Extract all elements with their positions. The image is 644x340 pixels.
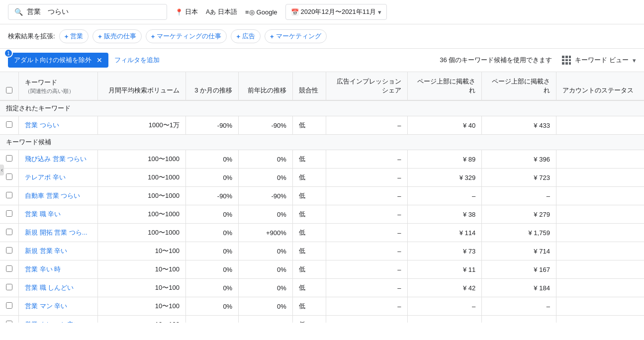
tag-chip-4[interactable]: + マーケティング xyxy=(265,29,327,43)
keyword-link[interactable]: 新規 開拓 営業 つら... xyxy=(25,229,88,236)
row-checkbox[interactable] xyxy=(6,155,12,162)
row-checkbox[interactable] xyxy=(6,247,12,254)
header-page-top-low[interactable]: ページ上部に掲載され xyxy=(407,72,482,100)
keyword-cell[interactable]: 自動車 営業 つらい xyxy=(19,187,98,205)
keyword-cell[interactable]: 新規 開拓 営業 つら... xyxy=(19,224,98,242)
keyword-cell[interactable]: 営業 マン 辛い xyxy=(19,297,98,316)
status-cell xyxy=(556,205,644,224)
plus-icon-4: + xyxy=(270,33,274,40)
expand-bar: 検索結果を拡張: + 営業 + 販売の仕事 + マーケティングの仕事 + 広告 … xyxy=(0,24,644,49)
keyword-cell[interactable]: テレアポ 辛い xyxy=(19,169,98,187)
row-checkbox[interactable] xyxy=(6,173,12,180)
grid-view-icon[interactable] xyxy=(562,56,571,65)
page-top-low-cell: ¥ 42 xyxy=(407,279,482,297)
row-checkbox-cell[interactable] xyxy=(0,242,19,260)
add-filter-button[interactable]: フィルタを追加 xyxy=(114,56,160,65)
status-cell xyxy=(556,150,644,169)
row-checkbox[interactable] xyxy=(6,302,12,309)
keyword-link[interactable]: テレアポ 辛い xyxy=(25,173,66,181)
tag-chip-0[interactable]: + 営業 xyxy=(59,29,89,43)
yoy-cell: 0% xyxy=(239,316,293,323)
keyword-link[interactable]: 飛び込み 営業 つらい xyxy=(25,155,87,163)
keyword-cell[interactable]: 営業 つらい xyxy=(19,116,98,135)
date-range-selector[interactable]: 📅 2020年12月〜2021年11月 ▾ xyxy=(285,4,387,20)
row-checkbox-cell[interactable] xyxy=(0,187,19,205)
row-checkbox[interactable] xyxy=(6,321,12,323)
volume-cell: 100〜1000 xyxy=(97,205,185,224)
keyword-cell[interactable]: 営業 職 辛い xyxy=(19,205,98,224)
yoy-cell: 0% xyxy=(239,242,293,260)
keyword-cell[interactable]: 飛び込み 営業 つらい xyxy=(19,150,98,169)
volume-cell: 10〜100 xyxy=(97,279,185,297)
competition-cell: 低 xyxy=(292,116,326,135)
row-checkbox-cell[interactable] xyxy=(0,116,19,135)
header-status[interactable]: アカウントのステータス xyxy=(556,72,644,100)
tag-chip-3[interactable]: + 広告 xyxy=(231,29,261,43)
three-month-cell: 0% xyxy=(185,224,238,242)
row-checkbox[interactable] xyxy=(6,210,12,217)
competition-cell: 低 xyxy=(292,205,326,224)
row-checkbox-cell[interactable] xyxy=(0,279,19,297)
date-range-caret: ▾ xyxy=(378,8,381,16)
page-top-high-cell: ¥ 184 xyxy=(482,279,556,297)
impression-share-cell: – xyxy=(326,260,407,279)
tag-chip-1[interactable]: + 販売の仕事 xyxy=(92,29,142,43)
row-checkbox[interactable] xyxy=(6,284,12,290)
table-row: テレアポ 辛い100〜10000%0%低–¥ 329¥ 723 xyxy=(0,169,644,187)
row-checkbox-cell[interactable] xyxy=(0,205,19,224)
location-item[interactable]: 📍 日本 xyxy=(175,7,198,16)
keyword-cell[interactable]: 新規 営業 辛い xyxy=(19,242,98,260)
header-3month[interactable]: 3 か月の推移 xyxy=(185,72,238,100)
page-top-high-cell: ¥ 433 xyxy=(482,116,556,135)
filter-close-button[interactable]: ✕ xyxy=(96,56,102,64)
keyword-link[interactable]: 自動車 営業 つらい xyxy=(25,192,80,199)
row-checkbox[interactable] xyxy=(6,121,12,128)
section-header-row: キーワード候補 xyxy=(0,135,644,150)
competition-cell: 低 xyxy=(292,260,326,279)
header-page-top-high[interactable]: ページ上部に掲載され xyxy=(482,72,556,100)
header-volume[interactable]: 月間平均検索ボリューム xyxy=(97,72,185,100)
keyword-link[interactable]: 営業 辛い 時 xyxy=(25,265,61,273)
view-label[interactable]: キーワード ビュー xyxy=(575,56,629,65)
page-top-high-cell: – xyxy=(482,187,556,205)
header-impression-share[interactable]: 広告インプレッションシェア xyxy=(326,72,407,100)
header-keyword[interactable]: キーワード（関連性の高い順） xyxy=(19,72,98,100)
select-all-checkbox[interactable] xyxy=(6,87,12,93)
search-box[interactable]: 🔍 営業 つらい xyxy=(8,4,167,20)
language-item[interactable]: Aあ 日本語 xyxy=(206,7,237,16)
keyword-link[interactable]: 営業 クレーム 辛い xyxy=(25,321,80,323)
impression-share-cell: – xyxy=(326,279,407,297)
row-checkbox-cell[interactable] xyxy=(0,224,19,242)
active-filter-button[interactable]: 1 アダルト向けの候補を除外 ✕ xyxy=(8,53,108,68)
three-month-cell: 0% xyxy=(185,279,238,297)
row-checkbox-cell[interactable] xyxy=(0,260,19,279)
header-yoy[interactable]: 前年比の推移 xyxy=(239,72,293,100)
yoy-cell: 0% xyxy=(239,205,293,224)
header-checkbox-cell[interactable] xyxy=(0,72,19,100)
keyword-link[interactable]: 営業 マン 辛い xyxy=(25,302,67,310)
impression-share-cell: – xyxy=(326,150,407,169)
row-checkbox[interactable] xyxy=(6,265,12,272)
keyword-cell[interactable]: 営業 クレーム 辛い xyxy=(19,316,98,323)
row-checkbox-cell[interactable] xyxy=(0,316,19,323)
tag-chip-2[interactable]: + マーケティングの仕事 xyxy=(146,29,227,43)
scroll-indicator[interactable]: ‹ xyxy=(0,165,4,175)
status-cell xyxy=(556,316,644,323)
yoy-cell: -90% xyxy=(239,116,293,135)
header-competition[interactable]: 競合性 xyxy=(292,72,326,100)
keyword-link[interactable]: 新規 営業 辛い xyxy=(25,247,67,255)
view-caret[interactable]: ▾ xyxy=(633,57,636,64)
keyword-cell[interactable]: 営業 辛い 時 xyxy=(19,260,98,279)
page-top-high-cell: – xyxy=(482,316,556,323)
row-checkbox-cell[interactable] xyxy=(0,297,19,316)
keyword-cell[interactable]: 営業 職 しんどい xyxy=(19,279,98,297)
keyword-link[interactable]: 営業 職 辛い xyxy=(25,210,61,218)
section-label: 指定されたキーワード xyxy=(0,100,644,116)
row-checkbox[interactable] xyxy=(6,192,12,198)
keyword-link[interactable]: 営業 職 しんどい xyxy=(25,284,74,291)
three-month-cell: 0% xyxy=(185,150,238,169)
keyword-link[interactable]: 営業 つらい xyxy=(25,121,59,129)
page-top-low-cell: ¥ 38 xyxy=(407,205,482,224)
network-item[interactable]: ≡◎ Google xyxy=(245,8,277,16)
row-checkbox[interactable] xyxy=(6,229,12,235)
